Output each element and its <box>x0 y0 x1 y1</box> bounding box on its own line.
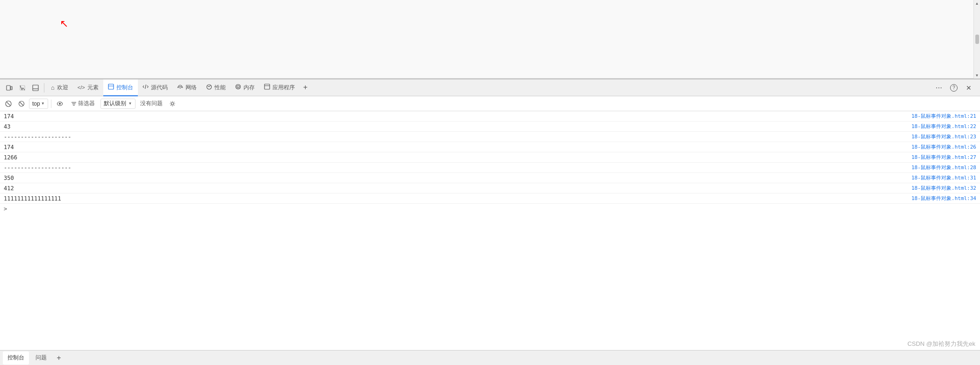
context-selector[interactable]: top ▼ <box>29 99 48 109</box>
tab-memory-label: 内存 <box>243 84 255 92</box>
close-devtools-button[interactable]: ✕ <box>962 81 975 94</box>
block-requests-button[interactable] <box>16 98 27 109</box>
console-log-list: 174 18-鼠标事件对象.html:21 43 18-鼠标事件对象.html:… <box>0 111 980 365</box>
clear-console-button[interactable] <box>3 98 14 109</box>
scroll-up-arrow[interactable]: ▲ <box>975 1 980 6</box>
svg-point-13 <box>237 86 239 88</box>
elements-icon: </> <box>78 85 85 90</box>
context-dropdown-arrow: ▼ <box>41 101 45 106</box>
close-drawer-button[interactable] <box>29 81 42 94</box>
filter-button[interactable]: 筛选器 <box>67 99 99 109</box>
log-value: 350 <box>4 175 907 181</box>
add-tab-button[interactable]: + <box>300 79 311 96</box>
log-source[interactable]: 18-鼠标事件对象.html:21 <box>911 113 976 120</box>
console-log-row: 350 18-鼠标事件对象.html:31 <box>0 173 980 183</box>
help-button[interactable]: ? <box>947 81 960 94</box>
svg-line-7 <box>145 85 146 89</box>
log-source[interactable]: 18-鼠标事件对象.html:22 <box>911 123 976 130</box>
add-panel-button[interactable]: + <box>53 352 64 364</box>
tab-application[interactable]: 应用程序 <box>259 79 300 96</box>
welcome-icon: ⌂ <box>51 84 55 91</box>
svg-rect-14 <box>265 84 270 89</box>
bottom-tab-console-label: 控制台 <box>7 354 24 362</box>
log-source[interactable]: 18-鼠标事件对象.html:23 <box>911 133 976 140</box>
log-value: 174 <box>4 113 907 120</box>
help-icon: ? <box>950 84 958 92</box>
more-icon: ⋯ <box>936 84 942 92</box>
console-log-row: -------------------- 18-鼠标事件对象.html:28 <box>0 163 980 173</box>
svg-rect-1 <box>11 86 12 90</box>
console-log-row: 1266 18-鼠标事件对象.html:27 <box>0 152 980 163</box>
log-value: 11111111111111111 <box>4 195 907 202</box>
performance-icon <box>206 84 212 91</box>
tab-memory[interactable]: 内存 <box>230 79 259 96</box>
tab-application-label: 应用程序 <box>272 84 295 92</box>
tab-separator-1 <box>44 83 44 93</box>
svg-line-17 <box>7 102 10 105</box>
console-output-area: 174 18-鼠标事件对象.html:21 43 18-鼠标事件对象.html:… <box>0 111 980 365</box>
devtools-right-buttons: ⋯ ? ✕ <box>932 81 975 94</box>
log-value: 1266 <box>4 154 907 161</box>
bottom-tab-console[interactable]: 控制台 <box>3 351 29 365</box>
svg-rect-0 <box>7 86 10 90</box>
console-settings-button[interactable] <box>167 99 178 109</box>
svg-rect-5 <box>108 84 114 89</box>
device-toolbar-button[interactable] <box>3 81 16 94</box>
watermark: CSDN @加袷努力我先ek <box>908 340 975 348</box>
svg-line-19 <box>20 102 23 106</box>
prompt-arrow-icon: > <box>4 206 7 212</box>
log-value: -------------------- <box>4 165 907 171</box>
log-level-label: 默认级别 <box>104 100 126 107</box>
tab-elements-label: 元素 <box>87 84 99 92</box>
log-source[interactable]: 18-鼠标事件对象.html:26 <box>911 143 976 150</box>
devtools-tabbar: ⌂ 欢迎 </> 元素 控制台 源代 <box>0 79 980 96</box>
log-source[interactable]: 18-鼠标事件对象.html:32 <box>911 185 976 192</box>
tab-elements[interactable]: </> 元素 <box>73 79 103 96</box>
tab-console[interactable]: 控制台 <box>103 79 138 96</box>
console-log-row: -------------------- 18-鼠标事件对象.html:23 <box>0 132 980 142</box>
scroll-down-arrow[interactable]: ▼ <box>975 73 980 78</box>
filter-label: 筛选器 <box>78 100 95 107</box>
console-log-row: 412 18-鼠标事件对象.html:32 <box>0 183 980 193</box>
svg-point-12 <box>236 85 240 89</box>
svg-point-21 <box>59 103 61 105</box>
bottom-tabbar: 控制台 问题 + <box>0 350 980 365</box>
scrollbar-right[interactable]: ▲ ▼ <box>973 0 980 79</box>
svg-point-8 <box>179 88 180 89</box>
memory-icon <box>235 84 241 91</box>
scroll-thumb[interactable] <box>975 35 979 44</box>
console-toolbar: top ▼ 筛选器 默认级别 ▼ 没有问题 <box>0 96 980 111</box>
log-value: 412 <box>4 185 907 192</box>
bottom-tab-issues[interactable]: 问题 <box>31 351 51 365</box>
log-source[interactable]: 18-鼠标事件对象.html:27 <box>911 154 976 161</box>
tab-network[interactable]: 网络 <box>172 79 201 96</box>
devtools-panel: ⌂ 欢迎 </> 元素 控制台 源代 <box>0 79 980 365</box>
context-value: top <box>32 100 40 107</box>
svg-point-25 <box>171 102 173 105</box>
log-source[interactable]: 18-鼠标事件对象.html:34 <box>911 195 976 202</box>
tab-welcome[interactable]: ⌂ 欢迎 <box>46 79 73 96</box>
more-options-button[interactable]: ⋯ <box>932 81 945 94</box>
toolbar-sep-1 <box>51 100 51 108</box>
console-log-row: 174 18-鼠标事件对象.html:26 <box>0 142 980 152</box>
console-log-row: 11111111111111111 18-鼠标事件对象.html:34 <box>0 193 980 204</box>
log-source[interactable]: 18-鼠标事件对象.html:31 <box>911 174 976 181</box>
console-prompt-row[interactable]: > <box>0 204 980 214</box>
tab-source-label: 源代码 <box>151 84 168 92</box>
no-issues-badge: 没有问题 <box>137 100 165 107</box>
tab-welcome-label: 欢迎 <box>57 84 68 92</box>
source-icon <box>143 84 149 91</box>
console-log-row: 43 18-鼠标事件对象.html:22 <box>0 122 980 132</box>
svg-line-11 <box>208 86 209 87</box>
tab-performance[interactable]: 性能 <box>201 79 230 96</box>
tab-source[interactable]: 源代码 <box>138 79 172 96</box>
svg-rect-3 <box>33 85 38 91</box>
inspect-button[interactable] <box>16 81 29 94</box>
svg-line-10 <box>209 86 210 87</box>
log-source[interactable]: 18-鼠标事件对象.html:28 <box>911 164 976 171</box>
log-value: 174 <box>4 144 907 150</box>
log-level-selector[interactable]: 默认级别 ▼ <box>100 99 136 109</box>
application-icon <box>264 84 270 91</box>
network-icon <box>177 84 183 91</box>
watch-expressions-button[interactable] <box>54 98 65 109</box>
